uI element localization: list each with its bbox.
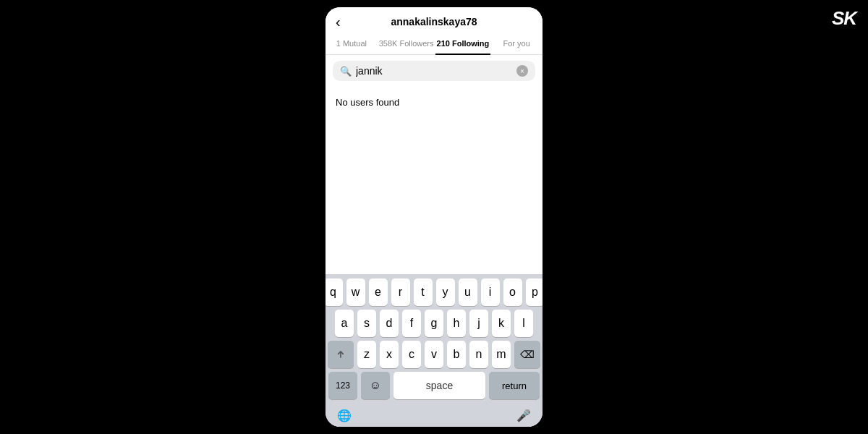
key-t[interactable]: t <box>414 278 433 306</box>
key-e[interactable]: e <box>369 278 388 306</box>
search-bar: 🔍 × <box>333 61 535 81</box>
key-l[interactable]: l <box>514 310 533 337</box>
key-u[interactable]: u <box>459 278 477 306</box>
space-key[interactable]: space <box>393 372 485 399</box>
sk-logo: SK <box>832 7 856 30</box>
key-p[interactable]: p <box>526 278 543 306</box>
key-n[interactable]: n <box>469 341 488 368</box>
key-r[interactable]: r <box>391 278 410 306</box>
shift-key[interactable] <box>328 341 354 368</box>
key-m[interactable]: m <box>492 341 511 368</box>
key-k[interactable]: k <box>492 310 511 337</box>
keyboard-row-2: a s d f g h j k l <box>328 310 540 337</box>
clear-button[interactable]: × <box>516 65 528 77</box>
key-c[interactable]: c <box>402 341 421 368</box>
return-key[interactable]: return <box>489 372 540 399</box>
key-o[interactable]: o <box>503 278 522 306</box>
keyboard-row-1: q w e r t y u i o p <box>328 278 540 306</box>
mic-icon[interactable]: 🎤 <box>516 409 531 422</box>
tabs-bar: 1 Mutual 358K Followers 210 Following Fo… <box>326 33 542 55</box>
keyboard: q w e r t y u i o p a s d f g h j k l <box>326 274 542 406</box>
key-s[interactable]: s <box>357 310 376 337</box>
search-icon: 🔍 <box>340 66 352 77</box>
key-d[interactable]: d <box>380 310 399 337</box>
header-title: annakalinskaya78 <box>391 16 477 27</box>
content-area <box>326 118 542 274</box>
tab-mutual[interactable]: 1 Mutual <box>326 33 378 54</box>
key-a[interactable]: a <box>335 310 354 337</box>
back-button[interactable]: ‹ <box>336 14 341 30</box>
key-i[interactable]: i <box>481 278 500 306</box>
header: ‹ annakalinskaya78 <box>326 7 542 33</box>
key-q[interactable]: q <box>326 278 343 306</box>
phone-frame: ‹ annakalinskaya78 1 Mutual 358K Followe… <box>326 7 542 427</box>
keyboard-row-4: 123 ☺ space return <box>328 372 540 399</box>
delete-key[interactable]: ⌫ <box>514 341 540 368</box>
tab-following[interactable]: 210 Following <box>435 33 491 55</box>
key-z[interactable]: z <box>357 341 376 368</box>
key-w[interactable]: w <box>346 278 365 306</box>
search-container: 🔍 × <box>326 55 542 87</box>
emoji-key[interactable]: ☺ <box>361 372 390 399</box>
tab-for-you[interactable]: For you <box>490 33 542 54</box>
tab-followers[interactable]: 358K Followers <box>378 33 435 54</box>
num-key[interactable]: 123 <box>328 372 357 399</box>
key-j[interactable]: j <box>469 310 488 337</box>
key-b[interactable]: b <box>447 341 466 368</box>
key-v[interactable]: v <box>425 341 443 368</box>
bottom-bar: 🌐 🎤 <box>326 406 542 427</box>
key-x[interactable]: x <box>380 341 399 368</box>
key-h[interactable]: h <box>447 310 466 337</box>
globe-icon[interactable]: 🌐 <box>337 409 352 422</box>
keyboard-row-3: z x c v b n m ⌫ <box>328 341 540 368</box>
key-f[interactable]: f <box>402 310 421 337</box>
key-g[interactable]: g <box>425 310 443 337</box>
search-input[interactable] <box>356 65 512 77</box>
no-users-label: No users found <box>326 87 542 118</box>
key-y[interactable]: y <box>436 278 455 306</box>
